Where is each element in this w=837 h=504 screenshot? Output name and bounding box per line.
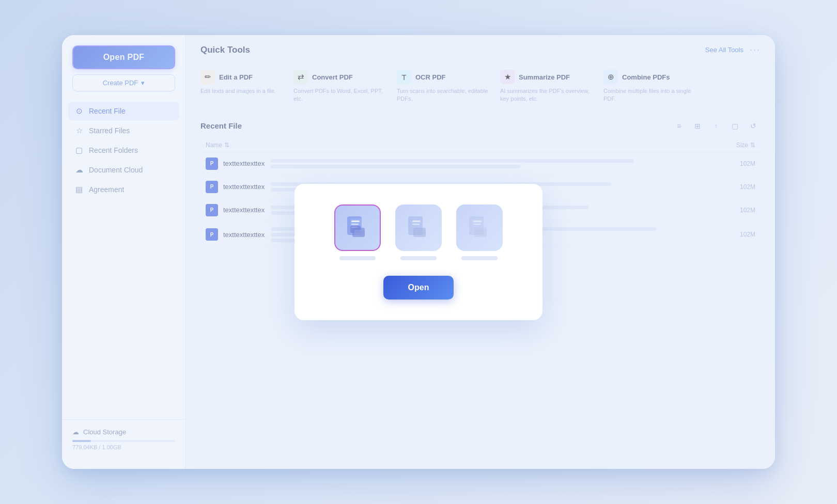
svg-rect-16 [473,220,482,222]
modal-file-icon-2 [395,204,442,251]
svg-rect-17 [473,224,481,225]
modal-file-label [339,256,376,260]
modal-file-card-1[interactable] [334,204,381,260]
modal-box: Open [295,184,542,320]
svg-rect-19 [476,230,487,235]
modal-file-card-2[interactable] [395,204,442,260]
modal-file-label [400,256,437,260]
svg-rect-11 [412,224,420,225]
modal-file-icon-3 [456,204,503,251]
modal-files-row [334,204,503,260]
modal-overlay: Open [62,35,775,469]
svg-rect-2 [351,220,360,222]
svg-rect-10 [412,220,421,222]
modal-file-icon-1 [334,204,381,251]
modal-file-card-3[interactable] [456,204,503,260]
app-window: Open PDF Create PDF ▾ ⊙ Recent File ☆ St… [62,35,775,469]
svg-rect-13 [415,230,426,235]
svg-rect-3 [351,224,359,225]
svg-rect-7 [354,230,365,235]
modal-open-button[interactable]: Open [383,276,454,300]
modal-file-label [461,256,498,260]
